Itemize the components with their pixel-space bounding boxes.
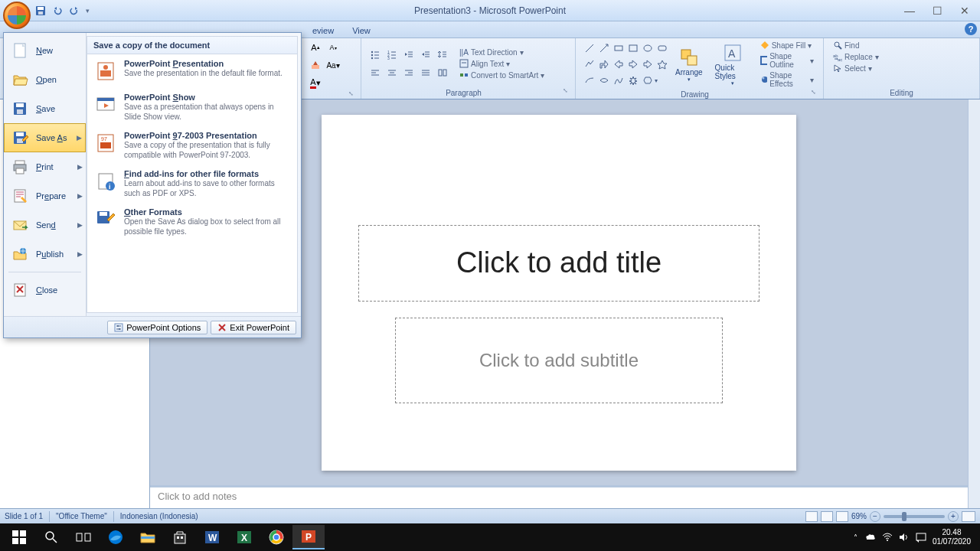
task-view-button[interactable] xyxy=(67,525,100,549)
menu-save-as[interactable]: Save As▶ xyxy=(4,123,86,152)
window-controls: — ☐ ✕ xyxy=(900,3,980,18)
tab-review[interactable]: eview xyxy=(303,24,343,37)
qat-undo[interactable] xyxy=(51,4,64,18)
taskbar-edge[interactable] xyxy=(100,525,132,549)
shapes-gallery[interactable]: ▾ xyxy=(582,41,668,88)
clear-format-btn[interactable] xyxy=(308,57,323,73)
svg-rect-97 xyxy=(12,530,18,536)
menu-save[interactable]: Save xyxy=(4,94,86,123)
ppsx-icon xyxy=(93,93,118,117)
bullets-btn[interactable] xyxy=(368,47,383,62)
save-as-addins[interactable]: i Find add-ins for other file formatsLea… xyxy=(87,165,297,203)
shape-effects-btn[interactable]: Shape Effects ▾ xyxy=(757,70,817,89)
tray-notification-icon[interactable] xyxy=(916,532,926,543)
qat-redo[interactable] xyxy=(67,4,81,18)
shape-outline-btn[interactable]: Shape Outline ▾ xyxy=(757,51,817,70)
svg-rect-40 xyxy=(460,60,468,67)
tray-volume-icon[interactable] xyxy=(899,533,910,542)
save-as-show[interactable]: PowerPoint ShowSave as a presentation th… xyxy=(87,88,297,126)
tray-onedrive-icon[interactable] xyxy=(864,533,876,542)
svg-rect-46 xyxy=(615,46,622,51)
grow-font-btn[interactable]: A▴ xyxy=(308,40,323,55)
quick-styles-btn[interactable]: A Quick Styles▾ xyxy=(710,40,756,89)
align-right-btn[interactable] xyxy=(401,65,416,80)
decrease-indent-btn[interactable] xyxy=(401,47,416,62)
fit-window-btn[interactable] xyxy=(962,511,975,522)
increase-indent-btn[interactable] xyxy=(418,47,433,62)
change-case-btn[interactable]: Aa▾ xyxy=(325,57,341,73)
taskbar-powerpoint[interactable]: P xyxy=(292,525,325,549)
zoom-out-btn[interactable]: − xyxy=(870,511,880,522)
select-btn[interactable]: Select ▾ xyxy=(830,63,875,73)
tab-view[interactable]: View xyxy=(343,24,380,37)
menu-new[interactable]: New xyxy=(4,36,86,65)
convert-smartart-btn[interactable]: Convert to SmartArt ▾ xyxy=(456,70,547,80)
drawing-dialog-launcher[interactable]: ⤡ xyxy=(811,89,820,98)
columns-btn[interactable] xyxy=(435,65,450,80)
svg-point-48 xyxy=(644,45,652,51)
title-placeholder[interactable]: Click to add title xyxy=(358,225,760,302)
replace-btn[interactable]: abacReplace ▾ xyxy=(830,51,882,62)
search-button[interactable] xyxy=(35,525,67,549)
tray-clock[interactable]: 20.4801/07/2020 xyxy=(933,528,971,546)
justify-btn[interactable] xyxy=(418,65,433,80)
tray-chevron-icon[interactable]: ˄ xyxy=(854,533,858,542)
numbering-btn[interactable]: 123 xyxy=(384,47,400,62)
menu-prepare[interactable]: Prepare▶ xyxy=(4,181,86,210)
menu-send[interactable]: Send▶ xyxy=(4,210,86,240)
taskbar-word[interactable]: W xyxy=(196,525,228,549)
slide-canvas[interactable]: Click to add title Click to add subtitle xyxy=(322,115,796,471)
exit-powerpoint-btn[interactable]: Exit PowerPoint xyxy=(211,321,296,334)
text-direction-btn[interactable]: ||AText Direction ▾ xyxy=(456,47,547,57)
qat-customize[interactable]: ▾ xyxy=(86,7,90,15)
subtitle-placeholder[interactable]: Click to add subtitle xyxy=(395,318,723,403)
taskbar-excel[interactable]: X xyxy=(228,525,260,549)
taskbar-explorer[interactable] xyxy=(132,525,164,549)
menu-publish[interactable]: Publish▶ xyxy=(4,240,86,269)
editing-group-label: Editing xyxy=(827,87,976,99)
tray-wifi-icon[interactable] xyxy=(882,533,893,542)
menu-close[interactable]: Close xyxy=(4,276,86,305)
maximize-button[interactable]: ☐ xyxy=(928,3,946,18)
vertical-scrollbar[interactable] xyxy=(968,99,980,508)
svg-rect-66 xyxy=(16,132,24,136)
paragraph-dialog-launcher[interactable]: ⤡ xyxy=(563,87,572,96)
svg-text:ac: ac xyxy=(838,57,842,61)
save-as-pptx[interactable]: PowerPoint PresentationSave the presenta… xyxy=(87,54,297,88)
quick-access-toolbar: ▾ xyxy=(34,4,90,18)
taskbar-store[interactable] xyxy=(164,525,196,549)
minimize-button[interactable]: — xyxy=(900,3,919,18)
menu-print[interactable]: Print▶ xyxy=(4,152,86,181)
menu-open[interactable]: Open xyxy=(4,65,86,94)
font-color-btn[interactable]: A▾ xyxy=(308,75,323,90)
arrange-btn[interactable]: Arrange▾ xyxy=(670,44,708,85)
close-button[interactable]: ✕ xyxy=(956,3,974,18)
office-button[interactable] xyxy=(3,2,31,29)
find-btn[interactable]: Find xyxy=(830,40,862,51)
svg-rect-3 xyxy=(312,65,319,69)
font-dialog-launcher[interactable]: ⤡ xyxy=(348,90,358,99)
notes-pane[interactable]: Click to add notes xyxy=(150,485,968,508)
help-button[interactable]: ? xyxy=(965,23,977,35)
taskbar-chrome[interactable] xyxy=(260,525,292,549)
zoom-percent[interactable]: 69% xyxy=(851,512,867,520)
shrink-font-btn[interactable]: A▾ xyxy=(325,40,341,55)
shape-fill-btn[interactable]: Shape Fill ▾ xyxy=(757,40,817,51)
slideshow-view-btn[interactable] xyxy=(836,511,848,522)
start-button[interactable] xyxy=(3,525,35,549)
save-as-other[interactable]: Other FormatsOpen the Save As dialog box… xyxy=(87,203,297,241)
powerpoint-options-btn[interactable]: PowerPoint Options xyxy=(107,321,207,334)
svg-text:3: 3 xyxy=(387,56,390,60)
svg-rect-107 xyxy=(175,534,185,543)
save-as-97-2003[interactable]: 97 PowerPoint 97-2003 PresentationSave a… xyxy=(87,126,297,165)
qat-save[interactable] xyxy=(34,4,47,18)
align-text-btn[interactable]: Align Text ▾ xyxy=(456,58,547,69)
normal-view-btn[interactable] xyxy=(805,511,818,522)
zoom-in-btn[interactable]: + xyxy=(948,511,959,522)
language-indicator[interactable]: Indonesian (Indonesia) xyxy=(120,512,198,520)
zoom-slider[interactable] xyxy=(884,515,945,518)
line-spacing-btn[interactable] xyxy=(435,47,450,62)
sorter-view-btn[interactable] xyxy=(821,511,833,522)
align-left-btn[interactable] xyxy=(368,65,383,80)
align-center-btn[interactable] xyxy=(384,65,400,80)
